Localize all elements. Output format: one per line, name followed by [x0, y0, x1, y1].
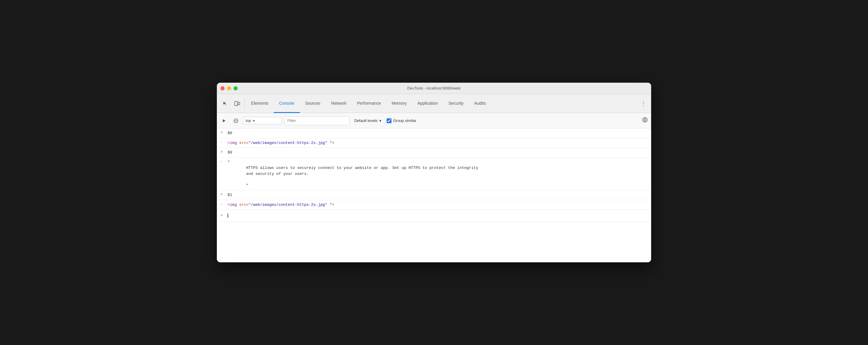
tab-elements[interactable]: Elements — [246, 94, 274, 113]
entry-text-5: $1 — [225, 190, 651, 200]
device-toggle-button[interactable] — [231, 94, 243, 113]
devtools-window: DevTools - localhost:8080/web/ Elements … — [217, 83, 651, 262]
group-similar-checkbox[interactable] — [387, 118, 392, 123]
execute-script-button[interactable] — [219, 116, 229, 126]
tab-memory[interactable]: Memory — [386, 94, 412, 113]
output-chevron-6[interactable]: ← — [217, 200, 225, 208]
svg-point-2 — [236, 105, 237, 105]
input-chevron-5[interactable]: > — [217, 190, 225, 198]
cursor — [227, 214, 228, 218]
levels-button[interactable]: Default levels ▼ — [352, 117, 384, 124]
clear-console-button[interactable] — [231, 116, 241, 126]
tab-list: Elements Console Sources Network Perform… — [246, 94, 638, 113]
maximize-button[interactable] — [234, 86, 238, 90]
entry-text-3: $0 — [225, 148, 651, 157]
console-cursor-area[interactable] — [225, 211, 651, 220]
console-entry-3: > $0 — [217, 148, 651, 158]
console-entry-2: ← <img src="/web/images/content-https-2x… — [217, 138, 651, 148]
console-entry-1: > $0 — [217, 128, 651, 138]
entry-text-6: <img src="/web/images/content-https-2x.j… — [225, 200, 651, 210]
tab-sources[interactable]: Sources — [300, 94, 326, 113]
tab-network[interactable]: Network — [326, 94, 351, 113]
tab-console[interactable]: Console — [274, 94, 300, 113]
console-output: > $0 ← <img src="/web/images/content-htt… — [217, 128, 651, 262]
entry-text-2: <img src="/web/images/content-https-2x.j… — [225, 138, 651, 148]
link-1[interactable]: /web/images/content-https-2x.jpg — [251, 141, 325, 145]
close-button[interactable] — [220, 86, 225, 90]
context-selector[interactable]: top ▼ — [243, 117, 282, 124]
svg-rect-1 — [238, 102, 240, 105]
svg-marker-3 — [223, 119, 225, 122]
context-arrow: ▼ — [252, 119, 255, 123]
console-entry-5: > $1 — [217, 190, 651, 200]
settings-button[interactable] — [641, 116, 649, 125]
tab-security[interactable]: Security — [443, 94, 469, 113]
inspect-element-button[interactable] — [219, 94, 231, 113]
output-chevron-2[interactable]: ← — [217, 138, 225, 146]
devtools-tabbar: Elements Console Sources Network Perform… — [217, 94, 651, 113]
tab-audits[interactable]: Audits — [469, 94, 491, 113]
filter-input[interactable] — [284, 116, 349, 125]
console-toolbar: top ▼ Default levels ▼ Group similar — [217, 113, 651, 128]
input-chevron-3[interactable]: > — [217, 148, 225, 156]
tab-performance[interactable]: Performance — [351, 94, 386, 113]
tab-separator — [244, 98, 245, 109]
window-title: DevTools - localhost:8080/web/ — [407, 86, 461, 90]
more-tabs-button[interactable]: ⋮ — [638, 94, 649, 113]
entry-text-1: $0 — [225, 128, 651, 138]
input-chevron-1[interactable]: > — [217, 128, 225, 136]
entry-text-4: " HTTPS allows users to securely connect… — [225, 158, 651, 190]
console-entry-6: ← <img src="/web/images/content-https-2x… — [217, 200, 651, 210]
titlebar: DevTools - localhost:8080/web/ — [217, 83, 651, 94]
minimize-button[interactable] — [227, 86, 231, 90]
traffic-lights — [220, 86, 238, 90]
group-similar-label[interactable]: Group similar — [387, 118, 416, 123]
levels-arrow-icon: ▼ — [379, 119, 382, 123]
console-input-row[interactable]: > — [217, 210, 651, 222]
console-entry-4: ← " HTTPS allows users to securely conne… — [217, 158, 651, 191]
console-input-chevron: > — [217, 212, 225, 219]
link-2[interactable]: /web/images/content-https-2x.jpg — [251, 202, 325, 207]
tab-application[interactable]: Application — [412, 94, 443, 113]
output-chevron-4[interactable]: ← — [217, 158, 225, 166]
